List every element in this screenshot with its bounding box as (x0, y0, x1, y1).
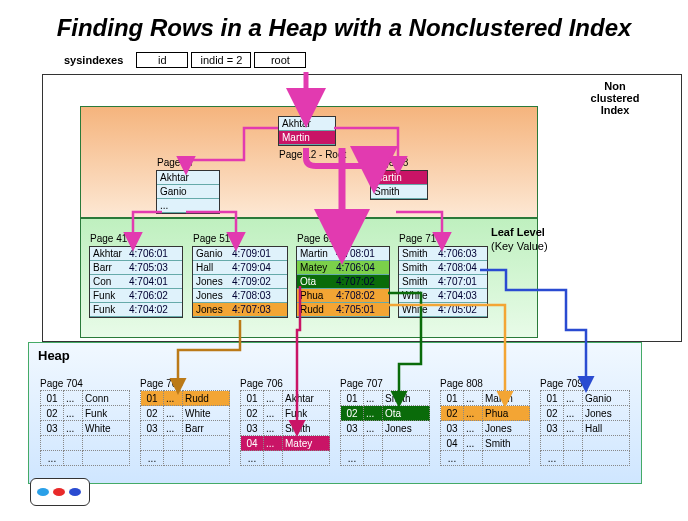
heap-row: 02...Funk (41, 406, 130, 421)
heap-row: 01...Akhtar (241, 391, 330, 406)
index-row: Phua4:708:02 (297, 289, 389, 303)
heap-row: ... (241, 451, 330, 466)
heap-row: 01...Martin (441, 391, 530, 406)
page-label: Page 709 (540, 378, 630, 389)
heap-row: 01...Ganio (541, 391, 630, 406)
page-label: Page 61 (297, 233, 334, 244)
page-label: Page 28 (371, 157, 408, 168)
index-row: Con4:704:01 (90, 275, 182, 289)
heap-row (41, 436, 130, 451)
heap-page: Page 70701...Smith02...Ota03...Jones... (340, 378, 430, 466)
page-label: Page 37 (157, 157, 194, 168)
heap-row: 03...Jones (341, 421, 430, 436)
sysindexes-row: sysindexes id indid = 2 root (64, 52, 306, 68)
index-row: ... (157, 199, 219, 213)
index-row: Martin4:708:01 (297, 247, 389, 261)
index-row: Smith (371, 185, 427, 199)
index-row: Rudd4:705:01 (297, 303, 389, 317)
label-nonclustered-index: Non clustered Index (550, 80, 680, 116)
heap-page: Page 70601...Akhtar02...Funk03...Smith04… (240, 378, 330, 466)
page-label: Page 705 (140, 378, 230, 389)
index-row: Smith4:707:01 (399, 275, 487, 289)
leaf-node: Page 41Akhtar4:706:01Barr4:705:03Con4:70… (89, 246, 183, 318)
index-row: Martin (371, 171, 427, 185)
heap-table: 01...Akhtar02...Funk03...Smith04...Matey… (240, 390, 330, 466)
heap-row: ... (141, 451, 230, 466)
page-label: Page 704 (40, 378, 130, 389)
index-row: Hall4:709:04 (193, 261, 287, 275)
heap-table: 01...Martin02...Phua03...Jones04...Smith… (440, 390, 530, 466)
nonleaf-node: Page 37AkhtarGanio... (156, 170, 220, 214)
heap-row: ... (441, 451, 530, 466)
page-title: Finding Rows in a Heap with a Noncluster… (0, 14, 688, 42)
heap-row: 02...Jones (541, 406, 630, 421)
leaf-node: Page 61Martin4:708:01Matey4:706:04Ota4:7… (296, 246, 390, 318)
heap-table: 01...Rudd02...White03...Barr... (140, 390, 230, 466)
sysindexes-root: root (254, 52, 306, 68)
page-label: Page 808 (440, 378, 530, 389)
heap-row (341, 436, 430, 451)
root-page-label: Page 12 - Root (279, 149, 346, 160)
index-row: White4:704:03 (399, 289, 487, 303)
heap-table: 01...Conn02...Funk03...White... (40, 390, 130, 466)
heap-row: 02...Funk (241, 406, 330, 421)
index-row: Akhtar (157, 171, 219, 185)
index-row: Funk4:706:02 (90, 289, 182, 303)
heap-row: ... (541, 451, 630, 466)
heap-row: 03...Hall (541, 421, 630, 436)
nonleaf-node: Page 28MartinSmith (370, 170, 428, 200)
heap-page: Page 70501...Rudd02...White03...Barr... (140, 378, 230, 466)
heap-row: ... (341, 451, 430, 466)
heap-page: Page 80801...Martin02...Phua03...Jones04… (440, 378, 530, 466)
label-leaflevel: Leaf Level (491, 226, 545, 238)
index-row: Jones4:708:03 (193, 289, 287, 303)
heap-row (541, 436, 630, 451)
index-row: Smith4:708:04 (399, 261, 487, 275)
heap-label: Heap (38, 348, 70, 363)
index-row: White4:705:02 (399, 303, 487, 317)
leaf-node: Page 51Ganio4:709:01Hall4:709:04Jones4:7… (192, 246, 288, 318)
index-row: Smith4:706:03 (399, 247, 487, 261)
heap-row: 03...Smith (241, 421, 330, 436)
index-row: Jones4:709:02 (193, 275, 287, 289)
leaf-node: Page 71Smith4:706:03Smith4:708:04Smith4:… (398, 246, 488, 318)
index-row: Ota4:707:02 (297, 275, 389, 289)
heap-row: 03...White (41, 421, 130, 436)
heap-row (141, 436, 230, 451)
index-row: Ganio4:709:01 (193, 247, 287, 261)
heap-table: 01...Smith02...Ota03...Jones... (340, 390, 430, 466)
heap-row: 02...Phua (441, 406, 530, 421)
page-label: Page 51 (193, 233, 230, 244)
heap-row: 01...Smith (341, 391, 430, 406)
index-root-node: AkhtarMartin Page 12 - Root (278, 116, 336, 146)
heap-page: Page 70901...Ganio02...Jones03...Hall... (540, 378, 630, 466)
heap-row: 02...White (141, 406, 230, 421)
sysindexes-indid: indid = 2 (191, 52, 251, 68)
heap-page: Page 70401...Conn02...Funk03...White... (40, 378, 130, 466)
sysindexes-id: id (136, 52, 188, 68)
heap-table: 01...Ganio02...Jones03...Hall... (540, 390, 630, 466)
index-row: Barr4:705:03 (90, 261, 182, 275)
legend-icon (30, 478, 90, 506)
index-row: Jones4:707:03 (193, 303, 287, 317)
heap-row: 03...Jones (441, 421, 530, 436)
label-keyvalue: (Key Value) (491, 240, 548, 252)
heap-row: 01...Rudd (141, 391, 230, 406)
index-row: Ganio (157, 185, 219, 199)
heap-row: 04...Smith (441, 436, 530, 451)
heap-row: 01...Conn (41, 391, 130, 406)
heap-row: 03...Barr (141, 421, 230, 436)
sysindexes-label: sysindexes (64, 54, 123, 66)
index-row: Akhtar (279, 117, 335, 131)
index-row: Akhtar4:706:01 (90, 247, 182, 261)
heap-row: 04...Matey (241, 436, 330, 451)
page-label: Page 71 (399, 233, 436, 244)
page-label: Page 706 (240, 378, 330, 389)
page-label: Page 707 (340, 378, 430, 389)
heap-row: ... (41, 451, 130, 466)
page-label: Page 41 (90, 233, 127, 244)
index-row: Funk4:704:02 (90, 303, 182, 317)
index-row: Matey4:706:04 (297, 261, 389, 275)
index-row: Martin (279, 131, 335, 145)
heap-row: 02...Ota (341, 406, 430, 421)
